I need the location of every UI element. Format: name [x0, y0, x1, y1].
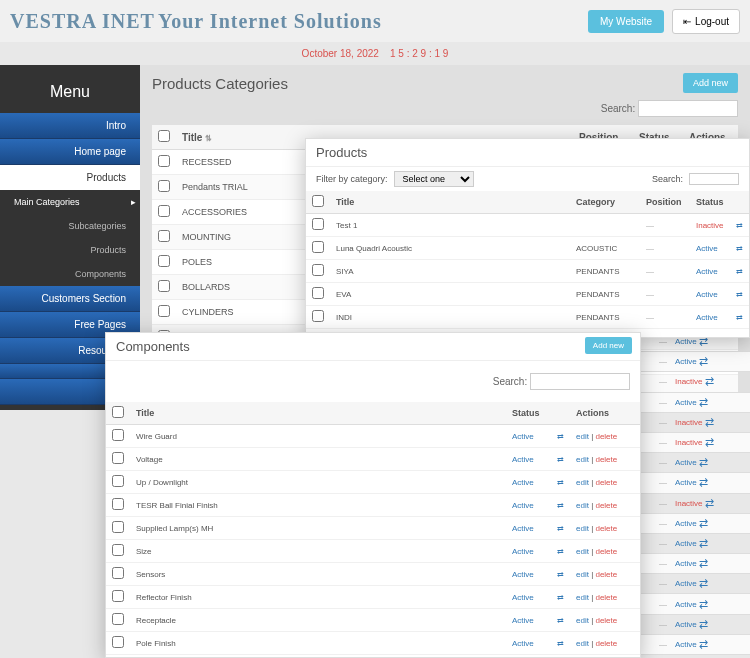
filter-select[interactable]: Select one: [394, 171, 474, 187]
add-new-category-button[interactable]: Add new: [683, 73, 738, 93]
row-checkbox[interactable]: [112, 544, 124, 556]
delete-link[interactable]: delete: [595, 639, 617, 648]
delete-link[interactable]: delete: [595, 547, 617, 556]
menu-item[interactable]: Home page: [0, 139, 140, 165]
sync-icon[interactable]: ⇄: [699, 557, 708, 570]
menu-item[interactable]: Products: [0, 238, 140, 262]
sync-icon[interactable]: ⇄: [551, 586, 570, 609]
row-checkbox[interactable]: [158, 155, 170, 167]
row-checkbox[interactable]: [312, 264, 324, 276]
row-checkbox[interactable]: [312, 241, 324, 253]
sync-icon[interactable]: ⇄: [699, 396, 708, 409]
row-checkbox[interactable]: [158, 280, 170, 292]
sync-icon[interactable]: ⇄: [730, 329, 749, 339]
delete-link[interactable]: delete: [595, 478, 617, 487]
menu-item[interactable]: Products: [0, 165, 140, 190]
sync-icon[interactable]: ⇄: [699, 598, 708, 611]
edit-link[interactable]: edit: [576, 455, 589, 464]
sync-icon[interactable]: ⇄: [705, 436, 714, 449]
components-search-input[interactable]: [530, 373, 630, 390]
sync-icon[interactable]: ⇄: [551, 448, 570, 471]
logout-button[interactable]: ⇤ Log-out: [672, 9, 740, 34]
row-checkbox[interactable]: [312, 218, 324, 230]
delete-link[interactable]: delete: [595, 432, 617, 441]
edit-link[interactable]: edit: [576, 570, 589, 579]
products-select-all[interactable]: [312, 195, 324, 207]
sync-icon[interactable]: ⇄: [551, 632, 570, 655]
sync-icon[interactable]: ⇄: [551, 471, 570, 494]
sync-icon[interactable]: ⇄: [551, 655, 570, 659]
sync-icon[interactable]: ⇄: [699, 456, 708, 469]
sync-icon[interactable]: ⇄: [699, 355, 708, 368]
sync-icon[interactable]: ⇄: [551, 609, 570, 632]
row-checkbox[interactable]: [112, 636, 124, 648]
sync-icon[interactable]: ⇄: [730, 214, 749, 237]
delete-link[interactable]: delete: [595, 616, 617, 625]
row-checkbox[interactable]: [112, 429, 124, 441]
sync-icon[interactable]: ⇄: [730, 306, 749, 329]
pcol-position[interactable]: Position: [640, 191, 690, 214]
sync-icon[interactable]: ⇄: [699, 638, 708, 651]
row-checkbox[interactable]: [112, 521, 124, 533]
sync-icon[interactable]: ⇄: [699, 618, 708, 631]
select-all-checkbox[interactable]: [158, 130, 170, 142]
sync-icon[interactable]: ⇄: [551, 517, 570, 540]
delete-link[interactable]: delete: [595, 570, 617, 579]
add-new-component-button[interactable]: Add new: [585, 337, 632, 354]
pcol-status[interactable]: Status: [690, 191, 730, 214]
edit-link[interactable]: edit: [576, 616, 589, 625]
ccol-status[interactable]: Status: [506, 402, 551, 425]
products-search-input[interactable]: [689, 173, 739, 185]
sync-icon[interactable]: ⇄: [730, 283, 749, 306]
edit-link[interactable]: edit: [576, 547, 589, 556]
edit-link[interactable]: edit: [576, 593, 589, 602]
sync-icon[interactable]: ⇄: [730, 260, 749, 283]
sync-icon[interactable]: ⇄: [705, 375, 714, 388]
sync-icon[interactable]: ⇄: [551, 425, 570, 448]
menu-item[interactable]: Customers Section: [0, 286, 140, 312]
ccol-title[interactable]: Title: [130, 402, 506, 425]
edit-link[interactable]: edit: [576, 478, 589, 487]
sync-icon[interactable]: ⇄: [551, 494, 570, 517]
delete-link[interactable]: delete: [595, 501, 617, 510]
row-checkbox[interactable]: [158, 305, 170, 317]
sync-icon[interactable]: ⇄: [705, 416, 714, 429]
sync-icon[interactable]: ⇄: [551, 540, 570, 563]
row-checkbox[interactable]: [112, 498, 124, 510]
row-checkbox[interactable]: [112, 475, 124, 487]
menu-item[interactable]: Subcategories: [0, 214, 140, 238]
delete-link[interactable]: delete: [595, 524, 617, 533]
table-row: Reflector FinishActive⇄edit | delete: [106, 586, 640, 609]
row-checkbox[interactable]: [158, 205, 170, 217]
row-checkbox[interactable]: [158, 180, 170, 192]
menu-item[interactable]: Intro: [0, 113, 140, 139]
edit-link[interactable]: edit: [576, 524, 589, 533]
row-checkbox[interactable]: [158, 230, 170, 242]
edit-link[interactable]: edit: [576, 501, 589, 510]
row-checkbox[interactable]: [112, 567, 124, 579]
sync-icon[interactable]: ⇄: [705, 497, 714, 510]
pcol-title[interactable]: Title: [330, 191, 570, 214]
delete-link[interactable]: delete: [595, 593, 617, 602]
sync-icon[interactable]: ⇄: [699, 517, 708, 530]
menu-item[interactable]: Main Categories ▸: [0, 190, 140, 214]
sync-icon[interactable]: ⇄: [730, 237, 749, 260]
menu-item[interactable]: Components: [0, 262, 140, 286]
edit-link[interactable]: edit: [576, 432, 589, 441]
row-checkbox[interactable]: [312, 310, 324, 322]
sync-icon[interactable]: ⇄: [699, 537, 708, 550]
row-checkbox[interactable]: [158, 255, 170, 267]
edit-link[interactable]: edit: [576, 639, 589, 648]
row-checkbox[interactable]: [112, 452, 124, 464]
components-select-all[interactable]: [112, 406, 124, 418]
sync-icon[interactable]: ⇄: [699, 577, 708, 590]
pcol-category[interactable]: Category: [570, 191, 640, 214]
delete-link[interactable]: delete: [595, 455, 617, 464]
sync-icon[interactable]: ⇄: [551, 563, 570, 586]
row-checkbox[interactable]: [112, 613, 124, 625]
sync-icon[interactable]: ⇄: [699, 476, 708, 489]
categories-search-input[interactable]: [638, 100, 738, 117]
row-checkbox[interactable]: [312, 287, 324, 299]
row-checkbox[interactable]: [112, 590, 124, 602]
my-website-button[interactable]: My Website: [588, 10, 664, 33]
